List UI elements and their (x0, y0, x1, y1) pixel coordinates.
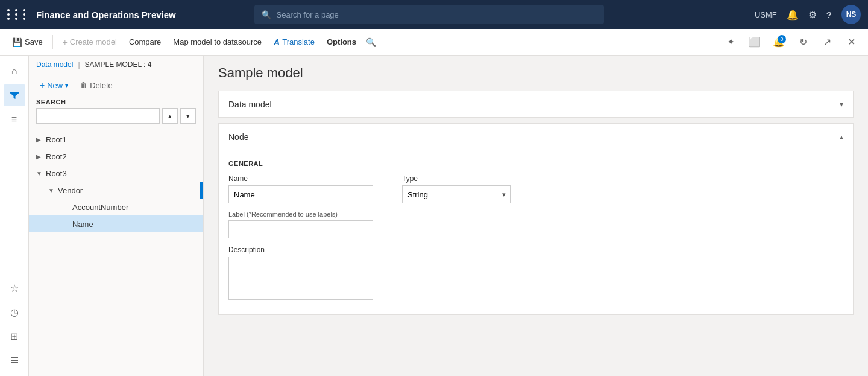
tree-actions: + New ▾ 🗑 Delete (29, 74, 203, 96)
bookmarks-icon[interactable]: ☆ (4, 277, 25, 299)
toolbar-separator (52, 35, 53, 49)
app-title: Finance and Operations Preview (36, 10, 176, 20)
toolbar-right: ✦ ⬜ 🔔 0 ↻ ↗ ✕ (721, 33, 861, 52)
refresh-button[interactable]: ↻ (793, 33, 813, 52)
node-section: Node ▴ GENERAL Name Label (*Recommended … (218, 123, 854, 315)
tree-label-name: Name (72, 220, 93, 229)
type-select[interactable]: String Integer Real Date DateTime Boolea… (402, 185, 511, 203)
node-header[interactable]: Node ▴ (219, 124, 853, 150)
tree-label-account-number: AccountNumber (72, 203, 128, 212)
top-nav: Finance and Operations Preview 🔍 USMF 🔔 … (0, 0, 868, 29)
options-button[interactable]: Options (322, 35, 361, 49)
tree-label-root3: Root3 (46, 169, 67, 178)
global-search: 🔍 (254, 5, 604, 24)
node-collapse-icon: ▴ (840, 133, 843, 141)
help-icon[interactable]: ? (826, 10, 832, 20)
breadcrumb-current: SAMPLE MODEL : 4 (85, 60, 152, 69)
filter-icon[interactable] (4, 84, 25, 106)
plus-icon: + (40, 80, 45, 90)
new-button[interactable]: + New ▾ (36, 78, 72, 92)
tree-label-vendor: Vendor (58, 186, 83, 195)
notification-count: 0 (778, 35, 786, 43)
tree-item-vendor[interactable]: ▼ Vendor (29, 182, 203, 199)
plugin-icon[interactable]: ✦ (721, 33, 740, 52)
notifications-icon[interactable]: 🔔 (787, 9, 799, 21)
trash-icon: 🗑 (80, 81, 87, 89)
search-section: SEARCH ▴ ▾ (29, 96, 203, 129)
user-avatar[interactable]: NS (841, 5, 861, 24)
close-button[interactable]: ✕ (841, 33, 861, 52)
list-view-icon[interactable] (4, 349, 25, 371)
save-icon: 💾 (12, 37, 22, 47)
fields-row: Name Label (*Recommended to use labels) … (228, 174, 843, 300)
type-field-group: Type String Integer Real Date DateTime B… (402, 174, 511, 203)
save-button[interactable]: 💾 Save (7, 35, 48, 49)
svg-rect-1 (11, 360, 18, 361)
label-field-label: Label (*Recommended to use labels) (228, 211, 373, 218)
left-fields: Name Label (*Recommended to use labels) … (228, 174, 373, 300)
name-field-group: Name (228, 174, 373, 203)
type-label: Type (402, 174, 511, 183)
plus-icon: + (63, 37, 68, 47)
menu-icon[interactable]: ≡ (4, 109, 25, 130)
tree-item-root3[interactable]: ▼ Root3 (29, 165, 203, 182)
main-layout: ⌂ ≡ ☆ ◷ ⊞ Data model | SAMPLE MODEL : 4 … (0, 56, 868, 376)
tree-item-account-number[interactable]: ▶ AccountNumber (29, 199, 203, 215)
type-select-wrap: String Integer Real Date DateTime Boolea… (402, 185, 511, 203)
apps-menu-icon[interactable] (7, 9, 29, 20)
icon-bar: ⌂ ≡ ☆ ◷ ⊞ (0, 56, 29, 376)
notifications-badge-button[interactable]: 🔔 0 (769, 33, 788, 52)
view-icon[interactable]: ⬜ (745, 33, 764, 52)
expand-icon-vendor: ▼ (48, 187, 58, 194)
right-fields: Type String Integer Real Date DateTime B… (402, 174, 511, 300)
expand-icon-root1: ▶ (36, 136, 46, 143)
tree-label-root2: Root2 (46, 152, 67, 161)
env-label: USMF (755, 10, 777, 19)
svg-rect-0 (11, 357, 18, 358)
search-row: ▴ ▾ (36, 108, 196, 124)
toolbar: 💾 Save + Create model Compare Map model … (0, 29, 868, 56)
drag-handle (200, 182, 203, 199)
tree-panel: Data model | SAMPLE MODEL : 4 + New ▾ 🗑 … (29, 56, 204, 376)
history-icon[interactable]: ◷ (4, 301, 25, 323)
translate-button[interactable]: A Translate (269, 35, 319, 49)
delete-button[interactable]: 🗑 Delete (77, 78, 116, 92)
tree-list: ▶ Root1 ▶ Root2 ▼ Root3 ▼ Vendor ▶ (29, 129, 203, 376)
tree-item-name[interactable]: ▶ Name (29, 215, 203, 232)
data-model-header[interactable]: Data model ▾ (219, 91, 853, 118)
grid-icon[interactable]: ⊞ (4, 325, 25, 347)
search-up-button[interactable]: ▴ (162, 108, 178, 124)
create-model-button[interactable]: + Create model (58, 35, 122, 49)
breadcrumb-parent[interactable]: Data model (36, 60, 73, 69)
name-input[interactable] (228, 185, 373, 203)
search-input[interactable] (276, 10, 597, 19)
description-field-group: Description (228, 246, 373, 300)
content-panel: Sample model Data model ▾ Node ▴ GENERAL (204, 56, 868, 376)
search-label: SEARCH (36, 98, 196, 106)
home-icon[interactable]: ⌂ (4, 60, 25, 82)
tree-item-root2[interactable]: ▶ Root2 (29, 148, 203, 165)
tree-item-root1[interactable]: ▶ Root1 (29, 131, 203, 148)
settings-icon[interactable]: ⚙ (808, 9, 817, 21)
label-input[interactable] (228, 220, 373, 238)
new-dropdown-icon: ▾ (65, 82, 68, 89)
expand-icon-root3: ▼ (36, 170, 46, 177)
expand-icon-root2: ▶ (36, 153, 46, 160)
share-button[interactable]: ↗ (817, 33, 837, 52)
search-icon: 🔍 (262, 10, 271, 19)
search-toolbar-icon[interactable]: 🔍 (366, 37, 376, 47)
accordion-chevron-down: ▾ (840, 100, 843, 109)
general-label: GENERAL (228, 160, 843, 167)
tree-label-root1: Root1 (46, 135, 67, 144)
breadcrumb-separator: | (78, 60, 80, 69)
description-textarea[interactable] (228, 257, 373, 300)
data-model-title: Data model (228, 100, 272, 109)
node-title: Node (228, 132, 248, 142)
node-body: GENERAL Name Label (*Recommended to use … (219, 150, 853, 314)
tree-search-input[interactable] (36, 108, 160, 124)
svg-rect-2 (11, 362, 18, 363)
compare-button[interactable]: Compare (124, 35, 166, 49)
map-model-button[interactable]: Map model to datasource (168, 35, 266, 49)
search-down-button[interactable]: ▾ (180, 108, 196, 124)
description-label: Description (228, 246, 373, 254)
